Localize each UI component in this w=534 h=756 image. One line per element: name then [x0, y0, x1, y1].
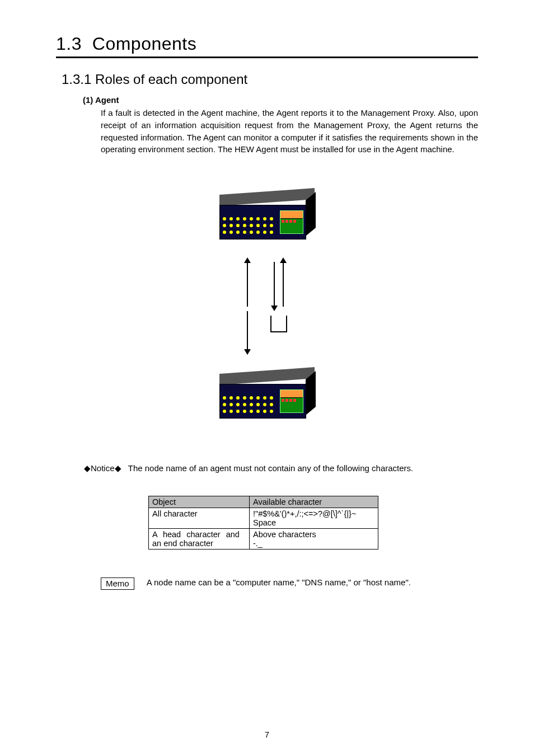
arrows-group [247, 262, 287, 357]
table-cell-line: Space [253, 518, 276, 527]
table-cell: A head character and an end character [149, 529, 250, 550]
arrow-line-icon [247, 311, 248, 350]
subsection-heading: 1.3.1 Roles of each component [62, 72, 478, 87]
table-cell-line: !"#$%&'()*+,/:;<=>?@[\]^`{|}~ [253, 509, 356, 518]
section-number: 1.3 [56, 34, 82, 54]
subheading-agent: (1) Agent [83, 95, 478, 105]
table-cell: Above characters -._ [250, 529, 378, 550]
body-paragraph: If a fault is detected in the Agent mach… [101, 107, 478, 156]
table-cell-line: Above characters [253, 530, 316, 539]
memo-row: Memo A node name can be a "computer name… [101, 577, 478, 590]
table-cell: !"#$%&'()*+,/:;<=>?@[\]^`{|}~ Space [250, 508, 378, 529]
table-row: A head character and an end character Ab… [149, 529, 378, 550]
section-title-text: Components [92, 34, 196, 54]
server-bottom-illustration [219, 374, 315, 424]
page-number: 7 [0, 730, 534, 739]
arrow-up-icon [283, 262, 284, 307]
memo-label-box: Memo [101, 577, 134, 590]
notice-text: The node name of an agent must not conta… [128, 463, 413, 473]
u-connector-icon [270, 316, 287, 332]
subsection-number: 1.3.1 [62, 72, 91, 87]
notice-line: ◆Notice◆ The node name of an agent must … [84, 463, 478, 473]
arrow-up-icon [247, 262, 248, 307]
server-top-illustration [219, 195, 315, 245]
notice-label: ◆Notice◆ [84, 463, 121, 473]
memo-text: A node name can be a "computer name," "D… [147, 577, 411, 587]
table-cell-line: an end character [152, 539, 213, 548]
table-cell: All character [149, 508, 250, 529]
section-heading: 1.3 Components [56, 34, 478, 58]
table-header-row: Object Available character [149, 496, 378, 508]
component-diagram [56, 195, 478, 424]
table-cell-line: A head character and [152, 530, 240, 539]
table-cell-line: -._ [253, 539, 263, 548]
arrow-line-icon [274, 262, 275, 307]
table-header-cell: Available character [250, 496, 378, 508]
subsection-title-text: Roles of each component [95, 72, 247, 87]
table-row: All character !"#$%&'()*+,/:;<=>?@[\]^`{… [149, 508, 378, 529]
table-header-cell: Object [149, 496, 250, 508]
character-table: Object Available character All character… [148, 496, 378, 550]
